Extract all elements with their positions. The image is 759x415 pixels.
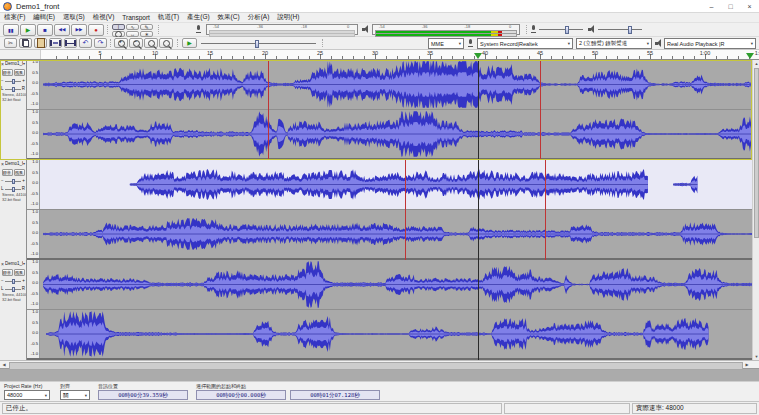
audio-host-dropdown[interactable]: MME▾ bbox=[428, 38, 464, 49]
track-name[interactable]: Demo1_front bbox=[5, 161, 23, 167]
toolbar-grip[interactable] bbox=[322, 39, 325, 47]
pan-slider[interactable] bbox=[5, 86, 21, 93]
record-button[interactable]: ● bbox=[88, 24, 104, 36]
toolbar-grip[interactable] bbox=[158, 25, 161, 34]
scrollbar-thumb[interactable] bbox=[9, 362, 743, 370]
recording-device-dropdown[interactable]: System Record|Realtek▾ bbox=[477, 38, 573, 49]
gain-slider[interactable] bbox=[5, 178, 22, 185]
track-1-channel-left[interactable]: 1.00.50.0-0.5-1.0 bbox=[27, 60, 759, 110]
menu-transport[interactable]: Transport bbox=[118, 14, 154, 21]
amplitude-ruler[interactable]: 1.00.50.0-0.5-1.0 bbox=[27, 310, 40, 358]
play-button[interactable]: ▶ bbox=[20, 24, 36, 36]
toolbar-grip[interactable] bbox=[110, 39, 113, 47]
track-menu-dropdown[interactable]: ▾ bbox=[23, 61, 25, 67]
menu-effect[interactable]: 效果(C) bbox=[214, 13, 244, 22]
recording-channels-dropdown[interactable]: 2 (立體聲) 錄製聲道▾ bbox=[576, 38, 652, 49]
track-3-channel-right[interactable]: 1.00.50.0-0.5-1.0 bbox=[27, 310, 759, 360]
waveform[interactable] bbox=[40, 60, 759, 109]
undo-button[interactable]: ↶ bbox=[79, 38, 92, 48]
snap-dropdown[interactable]: 關▾ bbox=[60, 390, 90, 400]
playback-meter[interactable]: -54-36-180 bbox=[372, 24, 520, 35]
menu-help[interactable]: 說明(H) bbox=[273, 13, 303, 22]
skip-to-end-button[interactable]: ▶▶ bbox=[71, 24, 87, 36]
fit-project-button[interactable] bbox=[159, 38, 173, 48]
gain-slider[interactable] bbox=[5, 78, 22, 85]
menu-tracks[interactable]: 軌道(T) bbox=[154, 13, 183, 22]
amplitude-ruler[interactable]: 1.00.50.0-0.5-1.0 bbox=[27, 260, 40, 309]
track-menu-dropdown[interactable]: ▾ bbox=[23, 161, 25, 167]
skip-to-start-button[interactable]: ◀◀ bbox=[54, 24, 70, 36]
menu-view[interactable]: 檢視(V) bbox=[89, 13, 119, 22]
mute-button[interactable]: 靜音 bbox=[2, 269, 13, 276]
vertical-scrollbar[interactable]: ▲ ▼ bbox=[752, 60, 759, 360]
playback-volume-slider[interactable] bbox=[598, 25, 642, 34]
amplitude-ruler[interactable]: 1.00.50.0-0.5-1.0 bbox=[27, 110, 40, 158]
slider-thumb[interactable] bbox=[12, 279, 15, 284]
play-at-speed-button[interactable]: ▶ bbox=[182, 38, 197, 48]
cut-button[interactable]: ✂ bbox=[4, 38, 17, 48]
slider-thumb[interactable] bbox=[628, 26, 632, 34]
slider-thumb[interactable] bbox=[12, 187, 15, 192]
mute-button[interactable]: 靜音 bbox=[2, 169, 13, 176]
copy-button[interactable] bbox=[19, 38, 32, 48]
waveform[interactable] bbox=[40, 310, 759, 358]
solo-button[interactable]: 獨奏 bbox=[14, 169, 25, 176]
stop-button[interactable]: ■ bbox=[37, 24, 53, 36]
track-3-channel-left[interactable]: 1.00.50.0-0.5-1.0 bbox=[27, 260, 759, 310]
waveform[interactable] bbox=[40, 110, 759, 158]
track-1-channel-right[interactable]: 1.00.50.0-0.5-1.0 bbox=[27, 110, 759, 160]
audio-position-display[interactable]: 00時00分39.359秒 bbox=[98, 390, 188, 400]
track-name[interactable]: Demo1_front bbox=[5, 261, 23, 267]
trim-outside-selection-button[interactable] bbox=[49, 38, 62, 48]
recording-volume-slider[interactable] bbox=[539, 25, 583, 34]
solo-button[interactable]: 獨奏 bbox=[14, 69, 25, 76]
menu-select[interactable]: 選取(S) bbox=[59, 13, 89, 22]
close-button[interactable]: × bbox=[740, 0, 759, 12]
scroll-right-arrow[interactable]: ▶ bbox=[743, 361, 751, 368]
scroll-left-arrow[interactable]: ◀ bbox=[0, 361, 8, 368]
maximize-button[interactable]: □ bbox=[721, 0, 740, 12]
timeline-ruler[interactable]: 5101520253035404550551:001:05 bbox=[0, 50, 759, 60]
zoom-out-button[interactable]: − bbox=[129, 38, 143, 48]
gain-slider[interactable] bbox=[5, 278, 22, 285]
scrollbar-thumb[interactable] bbox=[754, 68, 759, 238]
scroll-up-arrow[interactable]: ▲ bbox=[753, 60, 759, 67]
selection-start-display[interactable]: 00時00分00.000秒 bbox=[196, 390, 286, 400]
track-2-channel-right[interactable]: 1.00.50.0-0.5-1.0 bbox=[27, 210, 759, 260]
solo-button[interactable]: 獨奏 bbox=[14, 269, 25, 276]
waveform[interactable] bbox=[40, 210, 759, 258]
slider-thumb[interactable] bbox=[12, 79, 15, 84]
project-rate-dropdown[interactable]: 48000▾ bbox=[4, 390, 50, 400]
draw-tool-button[interactable]: ✎ bbox=[140, 24, 153, 30]
selection-end-display[interactable]: 00時01分07.128秒 bbox=[290, 390, 380, 400]
playhead-triangle-icon[interactable] bbox=[746, 53, 754, 59]
playback-speed-slider[interactable] bbox=[201, 39, 316, 48]
scroll-down-arrow[interactable]: ▼ bbox=[753, 353, 759, 360]
waveform[interactable] bbox=[40, 160, 759, 209]
envelope-tool-button[interactable]: ∿ bbox=[126, 24, 139, 30]
pan-slider[interactable] bbox=[5, 186, 21, 193]
zoom-in-button[interactable]: + bbox=[114, 38, 128, 48]
slider-thumb[interactable] bbox=[12, 87, 15, 92]
toolbar-grip[interactable] bbox=[526, 25, 529, 34]
menu-generate[interactable]: 產生(G) bbox=[183, 13, 213, 22]
slider-thumb[interactable] bbox=[255, 40, 259, 48]
track-close-button[interactable]: × bbox=[1, 261, 4, 267]
amplitude-ruler[interactable]: 1.00.50.0-0.5-1.0 bbox=[27, 210, 40, 258]
track-name[interactable]: Demo1_front bbox=[5, 61, 23, 67]
recording-meter[interactable]: -54-36-180 bbox=[206, 24, 358, 35]
menu-analyze[interactable]: 分析(A) bbox=[244, 13, 274, 22]
pan-slider[interactable] bbox=[5, 286, 21, 293]
playhead-triangle-icon[interactable] bbox=[474, 53, 482, 59]
pause-button[interactable]: ▮▮ bbox=[3, 24, 19, 36]
minimize-button[interactable]: – bbox=[702, 0, 721, 12]
track-2-channel-left[interactable]: 1.00.50.0-0.5-1.0 bbox=[27, 160, 759, 210]
slider-thumb[interactable] bbox=[565, 26, 569, 34]
waveform[interactable] bbox=[40, 260, 759, 309]
mute-button[interactable]: 靜音 bbox=[2, 69, 13, 76]
track-close-button[interactable]: × bbox=[1, 161, 4, 167]
paste-button[interactable] bbox=[34, 38, 47, 48]
track-close-button[interactable]: × bbox=[1, 61, 4, 67]
horizontal-scrollbar[interactable]: ◀ ▶ bbox=[0, 360, 759, 368]
amplitude-ruler[interactable]: 1.00.50.0-0.5-1.0 bbox=[27, 60, 40, 109]
